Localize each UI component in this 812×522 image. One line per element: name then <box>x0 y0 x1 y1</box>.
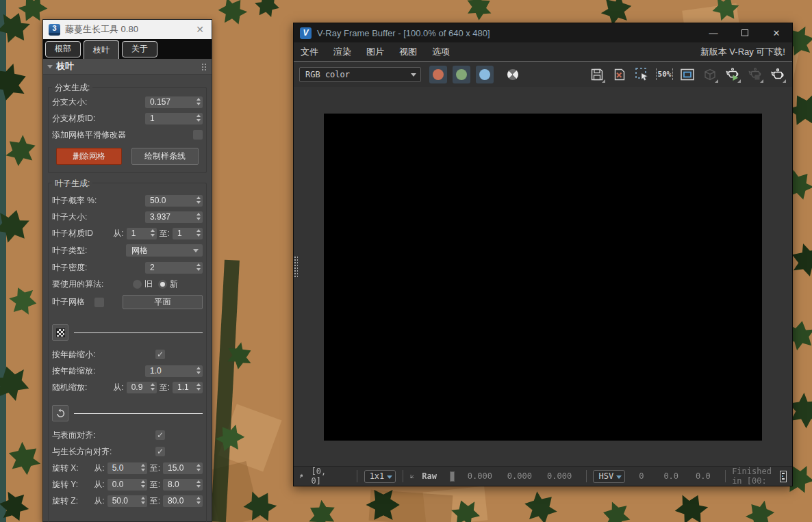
spinner-arrows-icon[interactable] <box>151 383 155 391</box>
interactive-render-stop-button[interactable] <box>746 65 764 83</box>
algo-new-radio[interactable] <box>158 280 167 289</box>
rotate-z-to-spinner[interactable]: 80.0 <box>163 495 203 507</box>
from-label: 从: <box>113 382 123 393</box>
max-viewport-desktop: 3 藤蔓生长工具 0.80 ✕ 根部 枝叶 关于 枝叶 分支生成: 分支大小: … <box>0 0 812 522</box>
spinner-arrows-icon[interactable] <box>196 497 201 504</box>
plugin-titlebar[interactable]: 3 藤蔓生长工具 0.80 ✕ <box>43 20 212 39</box>
separator <box>74 332 203 333</box>
plugin-close-icon[interactable]: ✕ <box>194 24 206 35</box>
channel-dropdown-value: RGB color <box>305 70 350 79</box>
spinner-arrows-icon[interactable] <box>196 98 201 105</box>
align-growth-checkbox[interactable]: ✓ <box>155 447 165 456</box>
spinner-arrows-icon[interactable] <box>196 383 201 391</box>
rotate-x-to-spinner[interactable]: 15.0 <box>163 462 203 474</box>
tab-about[interactable]: 关于 <box>122 41 157 57</box>
pixel-ratio-value: 1x1 <box>370 471 385 481</box>
spinner-arrows-icon[interactable] <box>151 229 155 237</box>
rotate-y-to-spinner[interactable]: 8.0 <box>163 479 203 491</box>
spinner-arrows-icon[interactable] <box>196 480 201 488</box>
rotate-z-from-spinner[interactable]: 50.0 <box>107 495 147 507</box>
align-surface-label: 与表面对齐: <box>52 430 95 441</box>
maximize-icon <box>741 29 748 36</box>
spinner-arrows-icon[interactable] <box>196 464 201 471</box>
shrink-by-age-checkbox[interactable]: ✓ <box>155 350 165 359</box>
spinner-arrows-icon[interactable] <box>196 213 201 220</box>
green-channel-button[interactable] <box>453 66 470 83</box>
spinner-arrows-icon[interactable] <box>141 480 145 488</box>
draw-spline-button[interactable]: 绘制样条线 <box>131 148 199 165</box>
rotation-button[interactable] <box>52 405 68 421</box>
clear-image-button[interactable] <box>610 65 629 83</box>
side-panel-grip[interactable] <box>294 256 298 278</box>
spinner-arrows-icon[interactable] <box>196 367 201 374</box>
rollout-grip-icon[interactable] <box>201 63 207 70</box>
alpha-channel-button[interactable] <box>503 65 522 83</box>
pixel-probe-lock-icon[interactable] <box>299 470 304 482</box>
spinner-arrows-icon[interactable] <box>196 263 201 271</box>
leaf-mesh-checkbox[interactable] <box>94 298 104 307</box>
spinner-arrows-icon[interactable] <box>141 464 145 471</box>
random-scale-to-spinner[interactable]: 1.1 <box>173 382 203 393</box>
random-scale-to-value: 1.1 <box>177 382 189 392</box>
align-surface-checkbox[interactable]: ✓ <box>155 430 165 440</box>
render-last-button[interactable] <box>700 65 719 83</box>
spinner-arrows-icon[interactable] <box>196 229 201 237</box>
spinner-arrows-icon[interactable] <box>196 114 201 122</box>
meshsmooth-checkbox[interactable] <box>193 130 203 140</box>
minimize-button[interactable]: — <box>698 23 729 42</box>
spinner-arrows-icon[interactable] <box>141 497 145 504</box>
algo-old-radio[interactable] <box>133 280 142 289</box>
red-channel-button[interactable] <box>429 66 447 83</box>
log-icon[interactable] <box>780 471 787 482</box>
scale-by-age-spinner[interactable]: 1.0 <box>145 365 203 377</box>
leaf-type-dropdown[interactable]: 网格 <box>126 244 203 257</box>
random-scale-from-spinner[interactable]: 0.9 <box>127 382 157 393</box>
color-curve-icon[interactable] <box>410 470 415 482</box>
align-growth-label: 与生长方向对齐: <box>52 446 112 458</box>
region-render-button[interactable] <box>633 65 651 83</box>
menu-view[interactable]: 视图 <box>399 46 417 58</box>
rollout-header-branches[interactable]: 枝叶 <box>43 59 212 75</box>
branch-size-spinner[interactable]: 0.157 <box>145 96 203 108</box>
zoom-50-button[interactable]: 50% <box>655 65 674 83</box>
show-region-frame-button[interactable] <box>678 65 696 83</box>
leaf-matid-to-spinner[interactable]: 1 <box>173 228 203 239</box>
vfb-titlebar[interactable]: V V-Ray Frame Buffer - [100.0% of 640 x … <box>294 23 792 42</box>
leaf-density-spinner[interactable]: 2 <box>145 262 203 274</box>
vray-update-notice[interactable]: 新版本 V-Ray 可下载! <box>700 46 785 58</box>
pixel-ratio-dropdown[interactable]: 1x1 <box>364 470 396 483</box>
menu-file[interactable]: 文件 <box>301 46 318 58</box>
leaf-probability-spinner[interactable]: 50.0 <box>145 195 203 207</box>
render-button[interactable] <box>768 65 787 83</box>
render-image[interactable] <box>324 114 762 441</box>
delete-mesh-button[interactable]: 删除网格 <box>56 148 122 165</box>
leaf-matid-from-spinner[interactable]: 1 <box>127 228 157 239</box>
spinner-arrows-icon[interactable] <box>196 196 201 204</box>
blue-channel-button[interactable] <box>476 66 494 83</box>
channel-dropdown[interactable]: RGB color <box>299 67 421 82</box>
save-image-button[interactable] <box>587 65 606 83</box>
from-label: 从: <box>94 495 104 507</box>
menu-render[interactable]: 渲染 <box>333 46 351 58</box>
color-mode-dropdown[interactable]: HSV <box>593 470 625 483</box>
leaf-group-title: 叶子生成: <box>52 178 92 190</box>
leaf-size-spinner[interactable]: 3.937 <box>145 211 203 223</box>
plane-button[interactable]: 平面 <box>123 295 203 309</box>
interactive-render-start-button[interactable] <box>723 65 741 83</box>
tab-roots[interactable]: 根部 <box>45 41 81 57</box>
close-button[interactable]: ✕ <box>761 23 792 42</box>
rotate-y-from-spinner[interactable]: 0.0 <box>107 479 147 491</box>
scale-texture-button[interactable] <box>52 324 68 341</box>
zoom-level-badge: 50% <box>656 68 674 80</box>
rotate-x-from-spinner[interactable]: 5.0 <box>107 462 147 474</box>
vfb-canvas[interactable] <box>294 87 792 466</box>
menu-image[interactable]: 图片 <box>366 46 384 58</box>
tab-branches[interactable]: 枝叶 <box>84 40 119 59</box>
vfb-toolbar: RGB color <box>294 62 792 87</box>
maximize-button[interactable] <box>729 23 761 42</box>
leaf-mesh-label: 叶子网格 <box>52 296 85 308</box>
branch-matid-spinner[interactable]: 1 <box>145 113 203 125</box>
menu-options[interactable]: 选项 <box>432 46 450 58</box>
branch-matid-value: 1 <box>150 114 155 123</box>
random-scale-label: 随机缩放: <box>52 382 87 393</box>
